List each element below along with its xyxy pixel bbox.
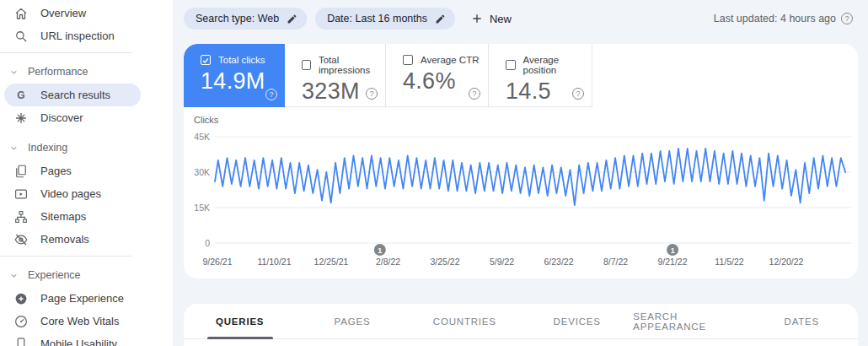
checkbox-unchecked-icon[interactable] — [403, 55, 413, 65]
sidebar-item-label: Video pages — [40, 187, 101, 200]
sitemaps-icon — [13, 209, 29, 224]
sidebar-item-discover[interactable]: Discover — [4, 106, 141, 129]
tab-label: QUERIES — [216, 316, 264, 327]
sidebar-item-label: Overview — [40, 7, 86, 19]
y-tick-label: 45K — [194, 132, 210, 142]
metric-card-average-ctr[interactable]: Average CTR4.6%? — [386, 44, 489, 107]
sidebar-section-label: Experience — [28, 269, 81, 281]
x-tick-label: 11/10/21 — [257, 257, 291, 267]
tab-search-appearance[interactable]: SEARCH APPEARANCE — [633, 304, 745, 338]
filter-chips: Search type: WebDate: Last 16 months — [184, 8, 463, 30]
metric-label: Average CTR — [421, 55, 479, 65]
x-tick-label: 11/5/22 — [715, 257, 743, 267]
chevron-down-icon — [6, 268, 21, 283]
sidebar-item-pages[interactable]: Pages — [4, 159, 141, 182]
sidebar-item-label: Core Web Vitals — [40, 315, 119, 327]
dimension-tabs: QUERIESPAGESCOUNTRIESDEVICESSEARCH APPEA… — [184, 304, 858, 339]
x-tick-label: 12/25/21 — [314, 257, 349, 267]
sidebar-item-label: Sitemaps — [40, 210, 86, 223]
performance-metrics-card: Total clicks14.9M?Total impressions323M?… — [184, 44, 858, 278]
metric-card-total-impressions[interactable]: Total impressions323M? — [285, 44, 386, 107]
sidebar-section-label: Performance — [28, 66, 88, 78]
sidebar-item-video-pages[interactable]: Video pages — [4, 182, 141, 205]
dimensions-tabs-card: QUERIESPAGESCOUNTRIESDEVICESSEARCH APPEA… — [184, 304, 858, 346]
tab-queries[interactable]: QUERIES — [184, 304, 296, 338]
sidebar-item-label: Search results — [40, 89, 110, 101]
search-icon — [13, 29, 29, 44]
x-tick-label: 3/25/22 — [430, 257, 459, 267]
metric-cards-row: Total clicks14.9M?Total impressions323M?… — [184, 44, 858, 107]
sidebar-item-mobile-usability[interactable]: Mobile Usability — [4, 332, 141, 346]
svg-text:G: G — [17, 89, 24, 101]
core-web-vitals-icon — [13, 314, 29, 329]
video-pages-icon — [13, 187, 29, 202]
tab-countries[interactable]: COUNTRIES — [409, 304, 521, 338]
sidebar-item-label: URL inspection — [40, 30, 115, 42]
x-tick-label: 5/9/22 — [490, 257, 514, 267]
tab-label: SEARCH APPEARANCE — [633, 311, 745, 332]
sidebar-item-label: Mobile Usability — [40, 338, 117, 346]
metric-label: Average position — [523, 55, 592, 75]
y-tick-label: 15K — [194, 203, 210, 213]
metric-label: Total impressions — [319, 55, 385, 75]
sidebar-item-label: Pages — [40, 165, 72, 177]
sidebar-divider — [0, 256, 132, 257]
tab-devices[interactable]: DEVICES — [521, 304, 633, 338]
sidebar-item-sitemaps[interactable]: Sitemaps — [4, 205, 141, 228]
x-tick-label: 12/20/22 — [769, 257, 804, 267]
filter-chip-label: Search type: Web — [196, 13, 279, 24]
chart-axis-title: Clicks — [194, 115, 219, 125]
checkbox-unchecked-icon[interactable] — [302, 60, 311, 70]
filter-chip-search-type[interactable]: Search type: Web — [184, 8, 307, 30]
annotation-marker[interactable]: 1 — [374, 244, 386, 256]
metric-help-icon[interactable]: ? — [366, 88, 378, 100]
tab-label: DEVICES — [554, 316, 601, 327]
sidebar-item-core-web-vitals[interactable]: Core Web Vitals — [4, 310, 141, 332]
discover-icon — [13, 111, 29, 126]
sidebar-section-label: Indexing — [28, 142, 67, 154]
sidebar-item-page-experience[interactable]: Page Experience — [4, 287, 141, 310]
removals-icon — [13, 232, 29, 247]
tab-dates[interactable]: DATES — [746, 304, 858, 338]
metric-card-average-position[interactable]: Average position14.5? — [489, 44, 592, 107]
sidebar-item-search-results[interactable]: GSearch results — [4, 84, 141, 106]
sidebar-item-label: Removals — [40, 233, 89, 246]
sidebar-item-label: Discover — [40, 111, 83, 124]
sidebar-item-overview[interactable]: Overview — [4, 2, 141, 24]
g-logo-icon: G — [13, 88, 29, 103]
clicks-series-line — [215, 149, 845, 205]
svg-text:1: 1 — [378, 246, 382, 255]
last-updated-text: Last updated: 4 hours ago — [714, 13, 836, 24]
checkbox-unchecked-icon[interactable] — [506, 60, 516, 70]
sidebar-section-indexing[interactable]: Indexing — [6, 137, 173, 159]
clicks-line-chart: Clicks45K30K15K09/26/2111/10/2112/25/212… — [184, 110, 858, 278]
metric-card-total-clicks[interactable]: Total clicks14.9M? — [184, 44, 285, 107]
y-tick-label: 0 — [205, 238, 210, 248]
tab-label: PAGES — [335, 316, 371, 327]
sidebar-item-url-inspection[interactable]: URL inspection — [4, 24, 141, 47]
tab-label: DATES — [785, 316, 820, 327]
y-tick-label: 30K — [194, 167, 210, 177]
svg-text:1: 1 — [671, 246, 675, 255]
metric-label: Total clicks — [218, 55, 265, 65]
sidebar-item-removals[interactable]: Removals — [4, 228, 141, 251]
new-filter-button[interactable]: New — [470, 12, 512, 25]
x-tick-label: 9/21/22 — [657, 257, 687, 267]
tab-pages[interactable]: PAGES — [296, 304, 408, 338]
chevron-down-icon — [6, 64, 21, 79]
plus-icon — [470, 12, 484, 25]
last-updated-help-icon[interactable]: ? — [841, 13, 853, 24]
metric-help-icon[interactable]: ? — [469, 88, 480, 100]
filter-chip-date[interactable]: Date: Last 16 months — [315, 8, 455, 30]
sidebar-section-performance[interactable]: Performance — [6, 61, 173, 83]
tab-label: COUNTRIES — [433, 316, 496, 327]
page-experience-icon — [13, 291, 29, 306]
annotation-marker[interactable]: 1 — [667, 244, 678, 256]
x-tick-label: 2/8/22 — [376, 257, 400, 267]
sidebar-section-experience[interactable]: Experience — [6, 264, 173, 286]
metric-help-icon[interactable]: ? — [265, 89, 277, 100]
metric-help-icon[interactable]: ? — [572, 88, 584, 100]
active-tab-underline — [207, 337, 273, 339]
checkbox-checked-icon[interactable] — [201, 55, 211, 65]
sidebar-item-label: Page Experience — [40, 292, 124, 305]
